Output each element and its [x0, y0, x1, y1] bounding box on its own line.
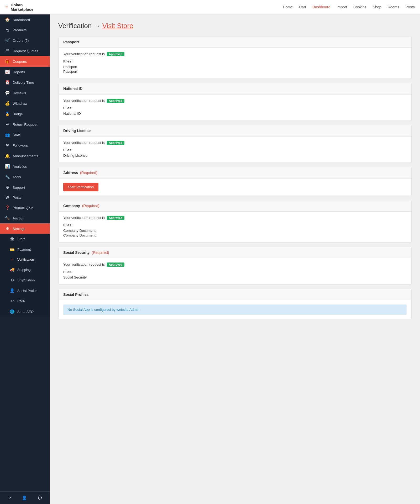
driving-license-files-label: Files: — [63, 148, 407, 152]
sidebar-item-request-quotes[interactable]: ☰ Request Quotes — [0, 46, 50, 56]
shipping-sub-icon: 🚚 — [9, 267, 15, 272]
nav-import[interactable]: Import — [337, 5, 347, 9]
withdraw-icon: 💰 — [5, 101, 10, 106]
sidebar-item-reviews[interactable]: 💬 Reviews — [0, 88, 50, 98]
company-status: Your verification request is Approved — [63, 216, 407, 220]
payment-sub-icon: 💳 — [9, 247, 15, 252]
social-profiles-body: No Social App is configured by website A… — [59, 300, 411, 319]
sidebar-item-coupons[interactable]: 🎁 Coupons — [0, 56, 50, 67]
sidebar-item-staff[interactable]: 👥 Staff — [0, 130, 50, 140]
sidebar-item-tools[interactable]: 🔧 Tools — [0, 172, 50, 182]
nav-posts[interactable]: Posts — [406, 5, 415, 9]
start-verification-button[interactable]: Start Verification — [63, 183, 98, 191]
tools-icon: 🔧 — [5, 175, 10, 179]
analytics-icon: 📊 — [5, 164, 10, 169]
nav-shop[interactable]: Shop — [373, 5, 381, 9]
sidebar-label: Reviews — [13, 91, 26, 95]
sidebar-submenu-store[interactable]: 🏛 Store — [0, 234, 50, 244]
sidebar-submenu-rma[interactable]: ↩ RMA — [0, 296, 50, 306]
sidebar-item-announcements[interactable]: 🔔 Announcements — [0, 151, 50, 161]
sidebar-item-analytics[interactable]: 📊 Analytics — [0, 161, 50, 172]
sidebar-submenu-social-profile[interactable]: 👤 Social Profile — [0, 285, 50, 296]
sidebar-label: Announcements — [13, 154, 38, 158]
external-link-icon[interactable]: ↗ — [8, 495, 11, 500]
sidebar-item-followers[interactable]: ❤ Followers — [0, 140, 50, 151]
nav-rooms[interactable]: Rooms — [388, 5, 399, 9]
return-icon: ↩ — [5, 122, 10, 127]
sidebar-submenu-payment[interactable]: 💳 Payment — [0, 244, 50, 255]
sidebar-item-orders[interactable]: 🛒 Orders (2) — [0, 35, 50, 46]
sidebar-label: Auction — [13, 216, 24, 220]
quotes-icon: ☰ — [5, 49, 10, 53]
sidebar-submenu-store-seo[interactable]: 🌐 Store SEO — [0, 306, 50, 317]
sidebar-label: Posts — [13, 196, 22, 200]
social-security-files-label: Files: — [63, 270, 407, 274]
sidebar-item-products[interactable]: 🛍 Products — [0, 25, 50, 35]
passport-status: Your verification request is Approved — [63, 52, 407, 56]
social-security-header: Social Security (Required) — [59, 247, 411, 258]
nav-home[interactable]: Home — [283, 5, 293, 9]
driving-license-approved-badge: Approved — [107, 141, 124, 145]
nav-cart[interactable]: Cart — [299, 5, 306, 9]
settings-icon: ⚙ — [5, 226, 10, 231]
top-nav-links: Home Cart Dashboard Import Bookins Shop … — [283, 5, 415, 9]
dashboard-icon: 🏠 — [5, 17, 10, 22]
orders-icon: 🛒 — [5, 38, 10, 43]
passport-body: Your verification request is Approved Fi… — [59, 48, 411, 78]
sidebar-item-posts[interactable]: W Posts — [0, 193, 50, 202]
company-approved-badge: Approved — [107, 216, 124, 220]
national-id-files-label: Files: — [63, 106, 407, 110]
sidebar-label: Reports — [13, 70, 25, 74]
passport-header: Passport — [59, 36, 411, 48]
driving-license-header: Driving License — [59, 125, 411, 136]
sidebar-item-settings[interactable]: ⚙ Settings — [0, 223, 50, 234]
rma-sub-icon: ↩ — [9, 299, 15, 303]
badge-icon: 🏅 — [5, 112, 10, 116]
sidebar-item-dashboard[interactable]: 🏠 Dashboard — [0, 14, 50, 25]
hamburger-icon[interactable]: ≡ — [5, 4, 8, 10]
passport-file-2: Passport — [63, 70, 407, 74]
sidebar-item-auction[interactable]: 🔨 Auction — [0, 213, 50, 223]
social-security-body: Your verification request is Approved Fi… — [59, 258, 411, 284]
sidebar-label: Followers — [13, 144, 28, 148]
company-file-2: Company Document — [63, 233, 407, 237]
user-icon[interactable]: 👤 — [22, 495, 27, 500]
sidebar-item-return-request[interactable]: ↩ Return Request — [0, 119, 50, 130]
power-icon[interactable]: ⏻ — [38, 495, 42, 500]
logo-text: DokanMarketplace — [11, 3, 34, 12]
sidebar-label: Orders (2) — [13, 39, 29, 43]
check-icon: ✓ — [9, 258, 15, 261]
national-id-title: National ID — [63, 87, 82, 91]
followers-icon: ❤ — [5, 143, 10, 148]
sidebar-submenu-verification[interactable]: ✓ Verification — [0, 255, 50, 264]
national-id-approved-badge: Approved — [107, 99, 124, 103]
address-body: Start Verification — [59, 178, 411, 196]
sidebar-label: Products — [13, 28, 27, 32]
sidebar-label: Tools — [13, 175, 21, 179]
top-navigation: ≡ DokanMarketplace Home Cart Dashboard I… — [0, 0, 420, 14]
social-profiles-title: Social Profiles — [63, 292, 88, 297]
passport-title: Passport — [63, 40, 79, 44]
nav-dashboard[interactable]: Dashboard — [312, 5, 330, 9]
sidebar-item-reports[interactable]: 📈 Reports — [0, 67, 50, 77]
arrow-separator: → — [93, 22, 102, 30]
nav-bookins[interactable]: Bookins — [353, 5, 366, 9]
title-text: Verification — [58, 22, 92, 30]
sidebar-item-withdraw[interactable]: 💰 Withdraw — [0, 98, 50, 109]
visit-store-link[interactable]: Visit Store — [102, 22, 133, 30]
address-required-tag: (Required) — [80, 171, 97, 175]
sidebar-submenu-shipping[interactable]: 🚚 Shipping — [0, 264, 50, 275]
sidebar-item-badge[interactable]: 🏅 Badge — [0, 109, 50, 119]
passport-file-1: Passport — [63, 65, 407, 69]
sidebar-item-support[interactable]: ⚙ Support — [0, 182, 50, 193]
sidebar-item-delivery-time[interactable]: ⏰ Delivery Time — [0, 77, 50, 88]
posts-icon: W — [5, 196, 10, 200]
company-required-tag: (Required) — [82, 204, 99, 208]
sidebar-label: Delivery Time — [13, 81, 34, 85]
sidebar-label: Analytics — [13, 165, 27, 169]
sidebar-label: Dashboard — [13, 18, 30, 22]
sidebar-submenu-shipstation[interactable]: ⚙ ShipStation — [0, 275, 50, 285]
national-id-header: National ID — [59, 83, 411, 94]
sidebar-item-product-qa[interactable]: ❓ Product Q&A — [0, 202, 50, 213]
sidebar-label: Return Request — [13, 123, 38, 127]
